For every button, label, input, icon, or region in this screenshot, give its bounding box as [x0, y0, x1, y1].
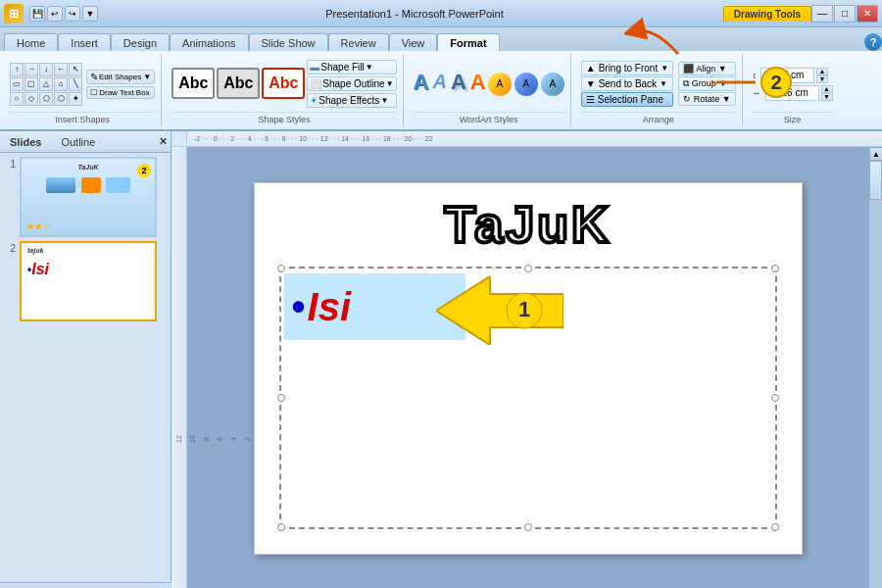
pentagon-icon[interactable]: ⬠: [39, 92, 53, 106]
bring-to-front-button[interactable]: ▲ Bring to Front ▼: [581, 61, 673, 75]
scroll-track-v[interactable]: [869, 161, 882, 588]
tab-home[interactable]: Home: [4, 33, 58, 51]
edit-shapes-btn[interactable]: ✎ Edit Shapes ▼: [86, 70, 155, 84]
panel-close-btn[interactable]: ✕: [159, 135, 168, 148]
tab-review[interactable]: Review: [328, 33, 389, 51]
shape-effects-arrow: ▼: [380, 96, 388, 105]
size-label: Size: [753, 112, 833, 124]
help-icon[interactable]: ?: [864, 33, 882, 51]
close-button[interactable]: ✕: [857, 5, 878, 23]
slide-item-1: 1 TaJuK ★★☆ 2: [4, 157, 167, 237]
shape-styles-label: Shape Styles: [172, 112, 396, 124]
main-area: Slides Outline ✕ 1 TaJuK ★★☆: [0, 131, 882, 582]
slide1-num-badge: 2: [137, 164, 151, 177]
tab-slideshow[interactable]: Slide Show: [249, 33, 328, 51]
slide-thumb-2[interactable]: tajuk • Isi: [20, 241, 157, 321]
annotation-arrow-1: 1: [436, 276, 564, 347]
wordart-a4[interactable]: A: [470, 70, 486, 95]
ruler-corner: [172, 131, 187, 147]
text-fill-color[interactable]: A: [488, 73, 512, 96]
office-logo: ⊞: [4, 4, 24, 24]
insert-shapes-label: Insert Shapes: [10, 112, 155, 124]
trapezoid-icon[interactable]: ⌂: [54, 77, 68, 91]
wordart-a1[interactable]: A: [414, 70, 429, 95]
tab-animations[interactable]: Animations: [170, 33, 248, 51]
oval-icon[interactable]: ○: [10, 92, 24, 106]
redo-button[interactable]: ↪: [65, 6, 80, 22]
slide1-stars: ★★☆: [26, 221, 50, 231]
title-bar: ⊞ 💾 ↩ ↪ ▼ Presentation1 - Microsoft Powe…: [0, 0, 882, 27]
slides-list: 1 TaJuK ★★☆ 2 2: [0, 153, 171, 582]
selection-pane-button[interactable]: ☰ Selection Pane: [581, 92, 673, 107]
ruler-horizontal: -2 · · · 0 · · · 2 · · · 4 · · · 6 · · ·…: [187, 131, 882, 147]
maximize-button[interactable]: □: [834, 5, 856, 23]
shape-fill-arrow: ▼: [366, 63, 373, 72]
handle-bottom-right[interactable]: [771, 523, 779, 531]
style-btn-2[interactable]: Abc: [217, 68, 260, 99]
style-btn-1[interactable]: Abc: [172, 68, 215, 99]
slide1-title: TaJuK: [22, 164, 155, 171]
send-to-back-button[interactable]: ▼ Send to Back ▼: [581, 76, 673, 91]
save-button[interactable]: 💾: [29, 6, 45, 22]
tab-insert[interactable]: Insert: [58, 33, 111, 51]
width-down-btn[interactable]: ▼: [821, 93, 833, 101]
wordart-content: A A A A A A A: [414, 56, 564, 112]
handle-top-left[interactable]: [277, 265, 285, 272]
arrow-down-icon[interactable]: ↓: [39, 63, 53, 76]
handle-bottom-center[interactable]: [524, 523, 532, 531]
dropdown-button[interactable]: ▼: [82, 6, 98, 22]
tab-format[interactable]: Format: [437, 33, 499, 51]
handle-mid-right[interactable]: [771, 394, 779, 402]
diamond-icon[interactable]: ◇: [24, 92, 38, 106]
text-effects-btn[interactable]: A: [541, 73, 564, 96]
star-icon[interactable]: ✦: [69, 92, 82, 106]
arrow-to-selection-pane: [624, 17, 683, 58]
slide-canvas[interactable]: TaJuK: [254, 182, 803, 555]
tab-outline[interactable]: Outline: [51, 134, 105, 150]
shape-fill-dropdown[interactable]: ▬ Shape Fill ▼: [307, 60, 396, 74]
draw-text-box-btn[interactable]: ☐ Draw Text Box: [86, 86, 155, 99]
text-outline-color[interactable]: A: [514, 73, 538, 96]
tab-slides[interactable]: Slides: [0, 134, 51, 150]
style-btn-3[interactable]: Abc: [262, 68, 305, 99]
line-icon[interactable]: ╲: [69, 77, 82, 91]
slide-thumb-1[interactable]: TaJuK ★★☆ 2: [20, 157, 157, 237]
rect-icon[interactable]: ▭: [10, 77, 24, 91]
shape-outline-dropdown[interactable]: ⬜ Shape Outline ▼: [307, 76, 396, 91]
handle-top-right[interactable]: [771, 265, 779, 272]
slide2-background: [22, 243, 155, 319]
height-up-btn[interactable]: ▲: [816, 68, 828, 75]
rounded-rect-icon[interactable]: ▢: [24, 77, 38, 91]
slide2-isi: • Isi: [27, 261, 49, 278]
handle-mid-left[interactable]: [277, 394, 285, 402]
tajuk-text: TaJuK: [255, 195, 802, 254]
height-down-btn[interactable]: ▼: [816, 75, 828, 83]
ribbon-tabs: Home Insert Design Animations Slide Show…: [0, 27, 882, 51]
window-controls[interactable]: — □ ✕: [811, 5, 878, 23]
minimize-button[interactable]: —: [811, 5, 833, 23]
tab-view[interactable]: View: [389, 33, 438, 51]
scroll-thumb-v[interactable]: [869, 161, 882, 200]
quick-access-toolbar[interactable]: 💾 ↩ ↪ ▼: [29, 6, 98, 22]
shape-effects-dropdown[interactable]: ✦ Shape Effects ▼: [307, 93, 396, 108]
hex-icon[interactable]: ⬡: [54, 92, 68, 106]
wordart-a3[interactable]: A: [451, 70, 466, 95]
height-spinner: ▲ ▼: [816, 68, 828, 83]
scroll-up-btn[interactable]: ▲: [869, 147, 882, 161]
handle-top-center[interactable]: [524, 265, 532, 272]
cursor-icon[interactable]: ↖: [69, 63, 82, 76]
slide-item-2: 2 tajuk • Isi: [4, 241, 167, 321]
arrow-right-icon[interactable]: →: [24, 63, 38, 76]
scrollbar-vertical[interactable]: ▲ ▲ ▼: [868, 147, 882, 588]
triangle-icon[interactable]: △: [39, 77, 53, 91]
arrow-left-icon[interactable]: ←: [54, 63, 68, 76]
bring-to-front-icon: ▲: [586, 63, 596, 74]
tab-design[interactable]: Design: [111, 33, 170, 51]
shapes-palette: ↑ → ↓ ← ↖ ▭ ▢ △ ⌂ ╲ ○ ◇ ⬠ ⬡ ✦: [10, 63, 82, 106]
handle-bottom-left[interactable]: [277, 523, 285, 531]
annotation-arrow-svg: [711, 65, 760, 99]
arrow-up-icon[interactable]: ↑: [10, 63, 24, 76]
width-up-btn[interactable]: ▲: [821, 85, 833, 93]
wordart-a2[interactable]: A: [432, 71, 446, 93]
undo-button[interactable]: ↩: [47, 6, 63, 22]
